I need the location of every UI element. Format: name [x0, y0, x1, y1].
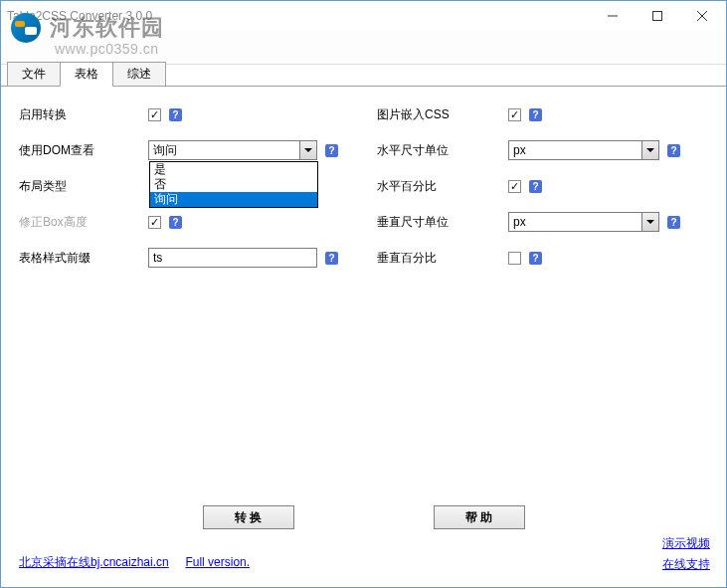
- help-icon[interactable]: ?: [529, 180, 542, 193]
- right-column: 图片嵌入CSS ? 水平尺寸单位 px ? 水平百分比 ?: [377, 97, 720, 276]
- chevron-down-icon: [641, 213, 658, 231]
- online-support-link[interactable]: 在线支持: [662, 556, 710, 573]
- h-size-unit-value: px: [513, 143, 526, 157]
- dropdown-option-yes[interactable]: 是: [150, 162, 317, 177]
- dropdown-option-ask[interactable]: 询问: [150, 192, 317, 207]
- convert-button[interactable]: 转 换: [203, 505, 294, 529]
- tabstrip: 文件 表格 综述: [1, 65, 726, 87]
- help-icon[interactable]: ?: [667, 216, 680, 229]
- row-table-style-prefix: 表格样式前缀 ?: [19, 240, 377, 276]
- v-size-unit-select[interactable]: px: [508, 212, 659, 232]
- help-icon[interactable]: ?: [169, 108, 182, 121]
- chevron-down-icon: [299, 141, 316, 159]
- window-title: Table2CSS Converter 3.0.0: [7, 9, 590, 23]
- row-v-percent: 垂直百分比 ?: [377, 240, 720, 276]
- toolbar: [1, 31, 726, 65]
- maximize-button[interactable]: [635, 2, 679, 30]
- table-style-prefix-label: 表格样式前缀: [19, 250, 148, 267]
- img-embed-css-checkbox[interactable]: [508, 108, 521, 121]
- help-icon[interactable]: ?: [529, 252, 542, 265]
- fix-box-height-label: 修正Box高度: [19, 214, 148, 231]
- use-dom-view-select[interactable]: 询问 是 否 询问: [148, 140, 317, 160]
- enable-convert-checkbox[interactable]: [148, 108, 161, 121]
- layout-type-label: 布局类型: [19, 178, 148, 195]
- footer-buttons: 转 换 帮 助: [1, 505, 726, 529]
- tab-table[interactable]: 表格: [60, 62, 113, 87]
- tab-overview[interactable]: 综述: [112, 62, 166, 87]
- v-percent-checkbox[interactable]: [508, 252, 521, 265]
- footer-links-right: 演示视频 在线支持: [662, 531, 710, 573]
- v-percent-label: 垂直百分比: [377, 250, 508, 267]
- left-column: 启用转换 ? 使用DOM查看 询问 是 否 询问 ?: [19, 97, 377, 276]
- help-icon[interactable]: ?: [529, 108, 542, 121]
- fix-box-height-checkbox[interactable]: [148, 216, 161, 229]
- help-icon[interactable]: ?: [325, 252, 338, 265]
- h-percent-checkbox[interactable]: [508, 180, 521, 193]
- minimize-button[interactable]: [590, 2, 635, 30]
- use-dom-view-value: 询问: [153, 142, 177, 159]
- footer-links-left: 北京采摘在线bj.cncaizhai.cn Full version.: [19, 554, 250, 571]
- close-button[interactable]: [679, 2, 724, 30]
- tab-file[interactable]: 文件: [7, 62, 61, 87]
- enable-convert-label: 启用转换: [19, 106, 148, 123]
- v-size-unit-value: px: [513, 215, 526, 229]
- titlebar: Table2CSS Converter 3.0.0: [1, 1, 726, 31]
- use-dom-view-dropdown: 是 否 询问: [149, 161, 318, 208]
- full-version-link[interactable]: Full version.: [185, 555, 250, 569]
- help-button[interactable]: 帮 助: [434, 505, 525, 529]
- table-style-prefix-field[interactable]: [153, 251, 312, 265]
- row-img-embed-css: 图片嵌入CSS ?: [377, 97, 720, 132]
- row-h-size-unit: 水平尺寸单位 px ?: [377, 132, 720, 168]
- row-fix-box-height: 修正Box高度 ?: [19, 204, 377, 240]
- img-embed-css-label: 图片嵌入CSS: [377, 106, 508, 123]
- help-icon[interactable]: ?: [169, 216, 182, 229]
- help-icon[interactable]: ?: [667, 144, 680, 157]
- use-dom-view-label: 使用DOM查看: [19, 142, 148, 159]
- row-use-dom-view: 使用DOM查看 询问 是 否 询问 ?: [19, 132, 377, 168]
- row-enable-convert: 启用转换 ?: [19, 97, 377, 132]
- v-size-unit-label: 垂直尺寸单位: [377, 214, 508, 231]
- row-h-percent: 水平百分比 ?: [377, 168, 720, 204]
- h-size-unit-select[interactable]: px: [508, 140, 659, 160]
- row-v-size-unit: 垂直尺寸单位 px ?: [377, 204, 720, 240]
- h-size-unit-label: 水平尺寸单位: [377, 142, 508, 159]
- help-icon[interactable]: ?: [325, 144, 338, 157]
- table-style-prefix-input[interactable]: [148, 248, 317, 268]
- h-percent-label: 水平百分比: [377, 178, 508, 195]
- chevron-down-icon: [641, 141, 658, 159]
- vendor-link[interactable]: 北京采摘在线bj.cncaizhai.cn: [19, 555, 169, 569]
- form-area: 启用转换 ? 使用DOM查看 询问 是 否 询问 ?: [1, 87, 726, 276]
- dropdown-option-no[interactable]: 否: [150, 177, 317, 192]
- demo-video-link[interactable]: 演示视频: [662, 535, 710, 552]
- svg-rect-1: [652, 12, 661, 21]
